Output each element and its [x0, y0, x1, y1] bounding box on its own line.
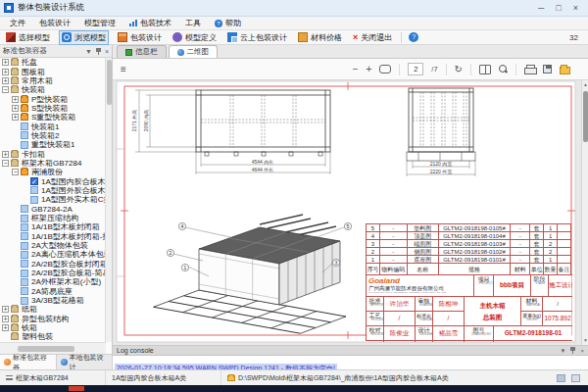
log-dropdown-icon[interactable]: ▼: [561, 348, 566, 354]
tree-expander-icon[interactable]: +: [2, 69, 9, 75]
approver-value-cell: 许治华: [384, 297, 416, 312]
tree-expander-icon[interactable]: +: [2, 77, 9, 84]
tree-item[interactable]: 2A简易底座: [0, 287, 106, 296]
leaf-icon: [21, 287, 28, 295]
tree-vscroll-thumb[interactable]: [107, 60, 112, 105]
page-spread-button[interactable]: [479, 65, 491, 74]
menu-help[interactable]: ? 帮助: [215, 18, 241, 28]
print-icon[interactable]: [524, 65, 535, 74]
select-model-button[interactable]: 选择模型: [4, 31, 52, 44]
model-define-button[interactable]: 模型定义: [171, 31, 219, 44]
tree-item[interactable]: −框架木箱GB7284: [0, 159, 106, 168]
menu-packaging-design[interactable]: 包装设计: [39, 18, 71, 28]
tree-hscroll-thumb[interactable]: [18, 346, 74, 352]
status-tool-icon-2[interactable]: [571, 374, 580, 382]
pin-icon[interactable]: [96, 48, 101, 55]
panel-close-icon[interactable]: ×: [105, 48, 109, 55]
tree-item[interactable]: ✓1A型国内胶合板木箱A类: [0, 176, 106, 185]
zoom-in-button[interactable]: +: [367, 64, 372, 74]
menu-model-management[interactable]: 模型管理: [84, 18, 116, 28]
fit-width-button[interactable]: [379, 65, 391, 74]
sidebar-toggle-icon[interactable]: ≡: [121, 64, 126, 74]
tree-item[interactable]: 2A/2B型胶合板封闭箱: [0, 260, 106, 269]
tree-expander-icon[interactable]: −: [2, 86, 9, 93]
tree-item[interactable]: 塑料包装: [0, 332, 106, 341]
tree-expander-icon[interactable]: −: [2, 160, 9, 167]
tree-item[interactable]: 2A/2B型胶合板箱-简易底座: [0, 269, 106, 277]
scroll-up-arrow[interactable]: ▲: [582, 80, 588, 89]
tree-item[interactable]: +纸箱: [0, 305, 106, 314]
material-price-button[interactable]: 材料价格: [296, 31, 344, 44]
tree-expander-icon[interactable]: +: [12, 114, 19, 121]
parts-cell: -: [380, 247, 408, 255]
tree-expander-icon[interactable]: +: [12, 96, 19, 103]
menu-packaging-tech[interactable]: 包装技术: [129, 18, 172, 28]
menu-tools[interactable]: 工具: [185, 18, 201, 28]
tree-expander-icon[interactable]: −: [12, 169, 19, 175]
tree-item[interactable]: 2A外框架木箱(小型): [0, 277, 106, 286]
tree-vertical-scrollbar[interactable]: [105, 58, 112, 342]
close-button[interactable]: ×: [573, 3, 578, 13]
drawing-canvas[interactable]: 2171 外高 2090 内高 4544 内长 4644 外长: [113, 80, 581, 345]
tree-item[interactable]: +异型包装结构: [0, 315, 106, 323]
close-exit-button[interactable]: ×关闭退出: [351, 31, 394, 44]
tree-item[interactable]: 快装箱2: [0, 131, 106, 140]
tree-item[interactable]: +S型快装箱: [0, 104, 106, 113]
canvas-vertical-scrollbar[interactable]: ▲ ▼: [581, 80, 588, 345]
tree-item[interactable]: +托盘: [0, 58, 106, 67]
tree-item[interactable]: 1A/1B型木板封闭箱: [0, 222, 106, 231]
tree-expander-icon[interactable]: +: [2, 306, 9, 313]
tree-item[interactable]: −快装箱: [0, 85, 106, 94]
packaging-design-button[interactable]: 包装设计: [116, 31, 164, 44]
tree-item[interactable]: 重型快装箱1: [0, 140, 106, 149]
tree-item[interactable]: +常用木箱: [0, 76, 106, 85]
status-tool-icon-1[interactable]: [557, 374, 565, 382]
page-number-input[interactable]: [408, 63, 423, 75]
tree-item[interactable]: 框架压缩结构: [0, 214, 106, 222]
tree-item[interactable]: 2A离心压缩机本体包装箱: [0, 250, 106, 259]
tab-local-packaging[interactable]: 本地包装设计: [57, 355, 114, 369]
parts-cell: 套: [530, 223, 544, 231]
help-circle-icon[interactable]: ?: [409, 32, 418, 42]
tree-item[interactable]: 2A大型物体包装: [0, 241, 106, 250]
tree-expander-icon[interactable]: +: [2, 316, 9, 322]
tree-item[interactable]: +P型快装箱: [0, 94, 106, 103]
tree-expander-icon[interactable]: +: [12, 105, 19, 112]
tab-standard-containers[interactable]: 标准包装容器: [0, 355, 57, 369]
tab-info-panel[interactable]: 信息栏: [117, 45, 167, 58]
log-pin-icon[interactable]: [570, 347, 575, 354]
tree-item[interactable]: +铁箱: [0, 323, 106, 332]
rotate-button[interactable]: ↻: [455, 64, 463, 74]
tab-2d-drawing[interactable]: 二维图: [169, 45, 219, 58]
tree-item[interactable]: +S重型快装箱: [0, 113, 106, 122]
menu-file[interactable]: 文件: [10, 18, 25, 28]
save-icon[interactable]: [543, 65, 552, 74]
tree-item[interactable]: 1A型国外胶合板木箱B类: [0, 186, 106, 195]
tree-item[interactable]: 1A型国外实木箱C类: [0, 195, 106, 204]
pdf-viewer-toolbar: ≡ − + /7 ↻: [113, 59, 588, 80]
tree-item[interactable]: 快装箱1: [0, 122, 106, 130]
tree-expander-icon[interactable]: +: [2, 151, 9, 158]
log-close-icon[interactable]: ×: [580, 348, 584, 354]
tree-item[interactable]: 1A/1B型木板封闭箱-按外尺: [0, 232, 106, 241]
zoom-out-button[interactable]: −: [353, 64, 359, 74]
tree-item[interactable]: +卡扣箱: [0, 149, 106, 158]
parts-cell: GLTM2-0918198-0103#: [439, 239, 512, 247]
tree-expander-icon[interactable]: +: [2, 324, 9, 331]
tree-expander-icon[interactable]: +: [2, 59, 9, 66]
search-icon[interactable]: [499, 65, 508, 74]
tree-item[interactable]: −南浦股份: [0, 168, 106, 176]
dropdown-arrow-icon[interactable]: ▼: [85, 48, 92, 55]
open-folder-icon[interactable]: [560, 67, 570, 74]
minimize-button[interactable]: ─: [538, 3, 544, 13]
maximize-button[interactable]: □: [556, 3, 561, 13]
parts-cell: -: [380, 223, 408, 231]
browse-model-button[interactable]: 浏览模型: [59, 30, 109, 45]
check-icon[interactable]: ✓: [30, 177, 38, 185]
tree-item[interactable]: GB7284-2A: [0, 205, 106, 214]
tree-item[interactable]: +围板箱: [0, 67, 106, 75]
tree-item[interactable]: 3A/3B型花格箱: [0, 296, 106, 305]
canvas-vscroll-thumb[interactable]: [583, 91, 588, 142]
cloud-packaging-button[interactable]: 云上包装设计: [225, 31, 289, 44]
scroll-down-arrow[interactable]: ▼: [582, 336, 588, 345]
